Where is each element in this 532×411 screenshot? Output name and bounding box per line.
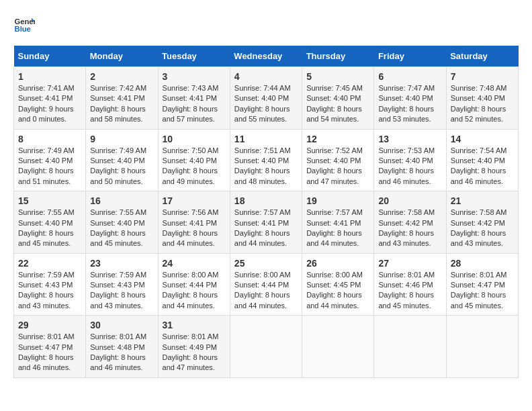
day-info: Sunrise: 7:59 AMSunset: 4:43 PMDaylight:… <box>18 270 81 312</box>
day-number: 3 <box>163 71 226 82</box>
day-info: Sunrise: 7:49 AMSunset: 4:40 PMDaylight:… <box>90 146 153 187</box>
day-number: 7 <box>451 71 514 82</box>
day-cell: 18Sunrise: 7:57 AMSunset: 4:41 PMDayligh… <box>230 191 302 254</box>
day-number: 15 <box>18 195 81 206</box>
day-info: Sunrise: 8:01 AMSunset: 4:48 PMDaylight:… <box>90 332 153 373</box>
day-cell: 28Sunrise: 8:01 AMSunset: 4:47 PMDayligh… <box>446 253 518 316</box>
day-info: Sunrise: 7:54 AMSunset: 4:40 PMDaylight:… <box>451 146 514 187</box>
day-number: 26 <box>306 258 369 269</box>
day-number: 25 <box>234 258 298 269</box>
day-cell: 11Sunrise: 7:51 AMSunset: 4:40 PMDayligh… <box>230 129 302 191</box>
day-info: Sunrise: 7:43 AMSunset: 4:41 PMDaylight:… <box>163 83 226 125</box>
day-number: 29 <box>18 320 81 330</box>
day-cell: 3Sunrise: 7:43 AMSunset: 4:41 PMDaylight… <box>158 67 230 130</box>
day-number: 22 <box>18 258 81 269</box>
day-number: 1 <box>18 71 81 82</box>
day-number: 17 <box>163 195 226 206</box>
day-cell: 22Sunrise: 7:59 AMSunset: 4:43 PMDayligh… <box>14 253 86 316</box>
logo: General Blue <box>13 13 38 35</box>
day-cell <box>302 316 374 378</box>
day-info: Sunrise: 7:58 AMSunset: 4:42 PMDaylight:… <box>378 208 441 249</box>
day-cell <box>230 316 302 378</box>
day-cell: 1Sunrise: 7:41 AMSunset: 4:41 PMDaylight… <box>14 67 86 130</box>
day-number: 30 <box>90 320 153 330</box>
week-row-5: 29Sunrise: 8:01 AMSunset: 4:47 PMDayligh… <box>14 316 519 378</box>
day-number: 12 <box>306 134 369 144</box>
day-cell: 27Sunrise: 8:01 AMSunset: 4:46 PMDayligh… <box>374 253 446 316</box>
day-info: Sunrise: 7:48 AMSunset: 4:40 PMDaylight:… <box>451 83 514 125</box>
day-cell: 4Sunrise: 7:44 AMSunset: 4:40 PMDaylight… <box>230 67 302 130</box>
header-cell-sunday: Sunday <box>14 46 86 67</box>
header-row: SundayMondayTuesdayWednesdayThursdayFrid… <box>14 46 519 67</box>
day-info: Sunrise: 8:00 AMSunset: 4:45 PMDaylight:… <box>306 270 369 312</box>
day-number: 28 <box>451 258 514 269</box>
header-cell-wednesday: Wednesday <box>230 46 302 67</box>
day-cell: 8Sunrise: 7:49 AMSunset: 4:40 PMDaylight… <box>14 129 86 191</box>
day-number: 31 <box>163 320 226 330</box>
day-cell: 2Sunrise: 7:42 AMSunset: 4:41 PMDaylight… <box>86 67 158 130</box>
day-info: Sunrise: 7:45 AMSunset: 4:40 PMDaylight:… <box>306 83 369 125</box>
day-info: Sunrise: 7:49 AMSunset: 4:40 PMDaylight:… <box>18 146 81 187</box>
day-info: Sunrise: 7:55 AMSunset: 4:40 PMDaylight:… <box>90 208 153 249</box>
day-number: 14 <box>451 134 514 144</box>
week-row-3: 15Sunrise: 7:55 AMSunset: 4:40 PMDayligh… <box>14 191 519 254</box>
day-number: 16 <box>90 195 153 206</box>
day-info: Sunrise: 8:01 AMSunset: 4:46 PMDaylight:… <box>378 270 441 312</box>
svg-text:Blue: Blue <box>15 25 31 33</box>
day-info: Sunrise: 7:50 AMSunset: 4:40 PMDaylight:… <box>163 146 226 187</box>
day-cell: 23Sunrise: 7:59 AMSunset: 4:43 PMDayligh… <box>86 253 158 316</box>
day-number: 27 <box>378 258 441 269</box>
day-cell: 25Sunrise: 8:00 AMSunset: 4:44 PMDayligh… <box>230 253 302 316</box>
day-number: 23 <box>90 258 153 269</box>
day-info: Sunrise: 7:58 AMSunset: 4:42 PMDaylight:… <box>451 208 514 249</box>
header-cell-monday: Monday <box>86 46 158 67</box>
header-cell-saturday: Saturday <box>446 46 518 67</box>
day-cell: 21Sunrise: 7:58 AMSunset: 4:42 PMDayligh… <box>446 191 518 254</box>
week-row-2: 8Sunrise: 7:49 AMSunset: 4:40 PMDaylight… <box>14 129 519 191</box>
day-cell: 6Sunrise: 7:47 AMSunset: 4:40 PMDaylight… <box>374 67 446 130</box>
day-cell: 31Sunrise: 8:01 AMSunset: 4:49 PMDayligh… <box>158 316 230 378</box>
day-number: 9 <box>90 134 153 144</box>
day-number: 13 <box>378 134 441 144</box>
day-cell: 5Sunrise: 7:45 AMSunset: 4:40 PMDaylight… <box>302 67 374 130</box>
day-info: Sunrise: 8:00 AMSunset: 4:44 PMDaylight:… <box>234 270 298 312</box>
day-cell: 14Sunrise: 7:54 AMSunset: 4:40 PMDayligh… <box>446 129 518 191</box>
week-row-4: 22Sunrise: 7:59 AMSunset: 4:43 PMDayligh… <box>14 253 519 316</box>
day-info: Sunrise: 7:51 AMSunset: 4:40 PMDaylight:… <box>234 146 298 187</box>
day-cell: 24Sunrise: 8:00 AMSunset: 4:44 PMDayligh… <box>158 253 230 316</box>
day-cell: 13Sunrise: 7:53 AMSunset: 4:40 PMDayligh… <box>374 129 446 191</box>
header-cell-thursday: Thursday <box>302 46 374 67</box>
day-info: Sunrise: 7:56 AMSunset: 4:41 PMDaylight:… <box>163 208 226 249</box>
day-info: Sunrise: 8:01 AMSunset: 4:47 PMDaylight:… <box>451 270 514 312</box>
day-cell: 30Sunrise: 8:01 AMSunset: 4:48 PMDayligh… <box>86 316 158 378</box>
day-cell: 19Sunrise: 7:57 AMSunset: 4:41 PMDayligh… <box>302 191 374 254</box>
header-cell-friday: Friday <box>374 46 446 67</box>
day-number: 2 <box>90 71 153 82</box>
day-cell: 29Sunrise: 8:01 AMSunset: 4:47 PMDayligh… <box>14 316 86 378</box>
day-number: 24 <box>163 258 226 269</box>
week-row-1: 1Sunrise: 7:41 AMSunset: 4:41 PMDaylight… <box>14 67 519 130</box>
day-info: Sunrise: 8:01 AMSunset: 4:49 PMDaylight:… <box>163 332 226 373</box>
day-number: 6 <box>378 71 441 82</box>
day-number: 18 <box>234 195 298 206</box>
day-cell: 26Sunrise: 8:00 AMSunset: 4:45 PMDayligh… <box>302 253 374 316</box>
day-number: 19 <box>306 195 369 206</box>
day-number: 8 <box>18 134 81 144</box>
day-cell <box>374 316 446 378</box>
day-number: 20 <box>378 195 441 206</box>
day-info: Sunrise: 7:57 AMSunset: 4:41 PMDaylight:… <box>234 208 298 249</box>
day-info: Sunrise: 7:57 AMSunset: 4:41 PMDaylight:… <box>306 208 369 249</box>
day-number: 10 <box>163 134 226 144</box>
page-header: General Blue <box>13 13 519 35</box>
day-info: Sunrise: 7:47 AMSunset: 4:40 PMDaylight:… <box>378 83 441 125</box>
day-cell: 7Sunrise: 7:48 AMSunset: 4:40 PMDaylight… <box>446 67 518 130</box>
day-info: Sunrise: 8:01 AMSunset: 4:47 PMDaylight:… <box>18 332 81 373</box>
day-info: Sunrise: 7:41 AMSunset: 4:41 PMDaylight:… <box>18 83 81 125</box>
header-cell-tuesday: Tuesday <box>158 46 230 67</box>
day-info: Sunrise: 7:59 AMSunset: 4:43 PMDaylight:… <box>90 270 153 312</box>
day-number: 4 <box>234 71 298 82</box>
day-info: Sunrise: 8:00 AMSunset: 4:44 PMDaylight:… <box>163 270 226 312</box>
day-number: 5 <box>306 71 369 82</box>
day-cell: 12Sunrise: 7:52 AMSunset: 4:40 PMDayligh… <box>302 129 374 191</box>
day-cell: 16Sunrise: 7:55 AMSunset: 4:40 PMDayligh… <box>86 191 158 254</box>
